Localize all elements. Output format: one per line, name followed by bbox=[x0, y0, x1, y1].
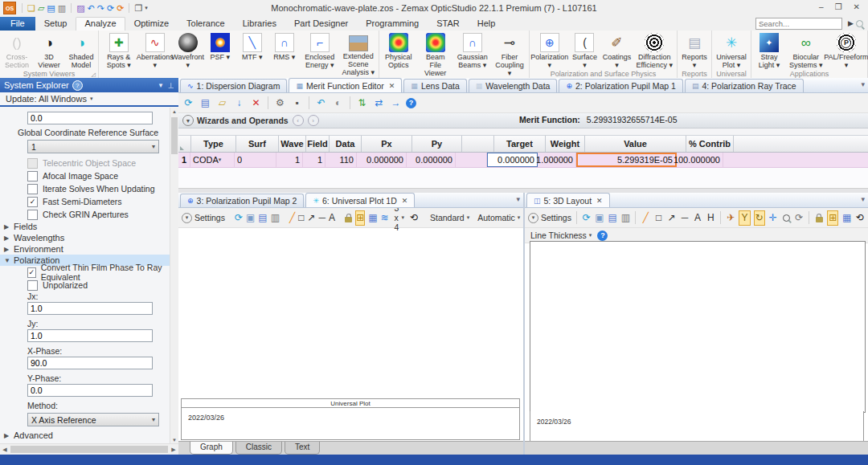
column-header-index[interactable] bbox=[178, 136, 191, 152]
cell-type[interactable]: CODA ▾ bbox=[190, 153, 235, 167]
column-header-contrib[interactable]: % Contrib bbox=[686, 136, 734, 152]
checkbox-convert-thin-film-phase-to-ray-equivalent[interactable]: ✓Convert Thin Film Phase To Ray Equivale… bbox=[27, 266, 170, 279]
menu-tab-part-designer[interactable]: Part Designer bbox=[285, 17, 357, 31]
open-file-icon[interactable]: ▱ bbox=[38, 3, 44, 13]
reset-view-icon[interactable]: ⟲ bbox=[855, 211, 865, 225]
checkbox-check-grin-apertures[interactable]: Check GRIN Apertures bbox=[27, 208, 170, 221]
layers-icon[interactable]: ▦ bbox=[368, 211, 377, 225]
update-icon[interactable]: ⟳ bbox=[182, 96, 195, 110]
tab-wavelength-data[interactable]: ▦Wavelength Data bbox=[469, 79, 558, 92]
standard-mode-button[interactable]: Standard▾ bbox=[428, 212, 472, 223]
tab-2-polarization-pupil-map-1[interactable]: ⊕2: Polarization Pupil Map 1 bbox=[559, 79, 682, 92]
collapse-wizards-icon[interactable]: ▼ bbox=[182, 115, 194, 126]
update-mode-dropdown[interactable]: Update: All Windows ▾ bbox=[0, 92, 178, 107]
pin-icon[interactable]: ⊤ bbox=[168, 81, 174, 89]
ribbon-item-fiber-coupling[interactable]: ⊸Fiber Coupling ▾ bbox=[491, 31, 528, 77]
tab-merit-function-editor[interactable]: ▦Merit Function Editor✕ bbox=[289, 78, 402, 92]
save-graphic-icon[interactable]: ▨ bbox=[76, 3, 84, 13]
column-header-value[interactable]: Value bbox=[585, 136, 686, 152]
tree-item-advanced[interactable]: ▶Advanced bbox=[0, 430, 170, 441]
ribbon-item-universal-plot[interactable]: ✳Universal Plot ▾ bbox=[713, 31, 750, 69]
zoom-icon[interactable] bbox=[781, 211, 791, 225]
delete-operand-icon[interactable]: ✕ bbox=[249, 96, 263, 110]
input-y-phase[interactable] bbox=[27, 384, 153, 397]
ribbon-item-wavefront[interactable]: Wavefront ▾ bbox=[172, 31, 204, 69]
menu-tab-analyze[interactable]: Analyze bbox=[76, 17, 125, 31]
menu-tab-optimize[interactable]: Optimize bbox=[125, 17, 178, 31]
prev-icon[interactable]: ‹ bbox=[293, 115, 304, 126]
cell-px[interactable]: 0.000000 bbox=[357, 153, 407, 167]
maximize-button[interactable]: ❐ bbox=[835, 2, 842, 11]
ribbon-item-extended-scene-analysis[interactable]: Extended Scene Analysis ▾ bbox=[339, 31, 378, 76]
close-icon[interactable]: ✕ bbox=[596, 197, 603, 205]
ribbon-item-mtf[interactable]: ╲MTF ▾ bbox=[236, 31, 268, 61]
app-icon[interactable]: OS bbox=[3, 2, 16, 14]
pan-icon[interactable]: ✛ bbox=[768, 211, 778, 225]
menu-tab-file[interactable]: File bbox=[0, 17, 35, 31]
checkbox-iterate-solves-when-updating[interactable]: Iterate Solves When Updating bbox=[27, 182, 170, 195]
ribbon-item-enclosed-energy[interactable]: ⌐Enclosed Energy ▾ bbox=[301, 31, 339, 69]
refresh-icon[interactable]: ⟳ bbox=[107, 3, 114, 13]
undo-icon[interactable]: ↶ bbox=[88, 3, 95, 13]
input-x-phase[interactable] bbox=[27, 357, 153, 369]
ribbon-item-stray-light[interactable]: ✦Stray Light ▾ bbox=[752, 31, 786, 69]
annotate-text-icon[interactable]: A bbox=[329, 211, 335, 225]
cell-field[interactable]: 1 bbox=[303, 153, 326, 167]
view-tab-classic[interactable]: Classic bbox=[235, 442, 282, 455]
tab-3-polarization-pupil-map-2[interactable]: ⊕3: Polarization Pupil Map 2 bbox=[180, 194, 304, 207]
reset-view-icon[interactable]: ⟲ bbox=[410, 211, 418, 225]
next-icon[interactable]: › bbox=[308, 115, 319, 126]
column-header-wave[interactable]: Wave bbox=[279, 136, 306, 152]
annotate-hline-icon[interactable]: ─ bbox=[319, 211, 326, 225]
global-coordinate-reference-surface-select[interactable]: 1▾ bbox=[27, 140, 159, 153]
tree-item-environment[interactable]: ▶Environment bbox=[0, 243, 170, 255]
view-tab-text[interactable]: Text bbox=[285, 442, 320, 455]
annotate-line-icon[interactable]: ╱ bbox=[641, 211, 650, 225]
new-file-icon[interactable]: ❏ bbox=[27, 3, 35, 13]
ribbon-item-rms[interactable]: ∩RMS ▾ bbox=[268, 31, 301, 61]
settings-dropdown[interactable]: ▾Settings bbox=[182, 213, 225, 223]
fit-window-icon[interactable]: ⊞ bbox=[355, 210, 365, 226]
column-header-type[interactable]: Type bbox=[191, 136, 236, 152]
column-header-weight[interactable]: Weight bbox=[546, 136, 585, 152]
cell-contrib[interactable]: 100.000000 bbox=[677, 153, 723, 167]
settings-dropdown[interactable]: ▾Settings bbox=[528, 213, 571, 223]
column-header-px[interactable]: Px bbox=[362, 136, 412, 152]
refresh-icon[interactable]: ⟳ bbox=[582, 211, 592, 225]
cell-value[interactable]: 5.299319E-05 bbox=[576, 153, 677, 167]
menu-tab-programming[interactable]: Programming bbox=[357, 17, 428, 31]
tab-bar-menu-icon[interactable]: ▾ bbox=[516, 195, 520, 203]
tab-4-polarization-ray-trace[interactable]: ▤4: Polarization Ray Trace bbox=[685, 79, 804, 92]
vertex-select-icon[interactable]: Y bbox=[739, 210, 750, 226]
column-header-surf[interactable]: Surf bbox=[236, 136, 279, 152]
tab-bar-menu-icon[interactable]: ▾ bbox=[861, 195, 865, 203]
stack-plots-icon[interactable]: ≋ bbox=[381, 211, 389, 225]
copy-icon[interactable]: ▣ bbox=[246, 211, 255, 225]
cell-surf[interactable]: 0 bbox=[235, 153, 276, 167]
close-icon[interactable]: ✕ bbox=[389, 82, 395, 90]
tab-1-dispersion-diagram[interactable]: ∿1: Dispersion Diagram bbox=[180, 79, 287, 92]
checkbox-afocal-image-space[interactable]: Afocal Image Space bbox=[27, 169, 170, 182]
annotate-hline-icon[interactable]: ─ bbox=[680, 211, 690, 225]
annotate-arrow-icon[interactable]: ↗ bbox=[308, 211, 316, 225]
print-icon[interactable]: ▥ bbox=[271, 211, 280, 225]
ribbon-item-beam-file-viewer[interactable]: Beam File Viewer bbox=[417, 31, 454, 77]
open-icon[interactable]: ▱ bbox=[215, 96, 229, 110]
cell-target[interactable]: 0.000000 bbox=[487, 153, 538, 167]
annotate-rect-icon[interactable]: □ bbox=[653, 211, 663, 225]
ribbon-item-gaussian-beams[interactable]: ∩Gaussian Beams ▾ bbox=[454, 31, 491, 69]
help-icon[interactable]: ? bbox=[406, 98, 416, 108]
tab-lens-data[interactable]: ▦Lens Data bbox=[403, 79, 466, 92]
minimize-button[interactable]: – bbox=[819, 2, 824, 11]
ribbon-item-reports[interactable]: ▤Reports ▾ bbox=[678, 31, 710, 69]
refresh-icon[interactable]: ⟳ bbox=[235, 211, 243, 225]
close-icon[interactable]: ✕ bbox=[402, 197, 408, 205]
save-icon[interactable]: ▤ bbox=[47, 3, 55, 13]
ribbon-item-psf[interactable]: PSF ▾ bbox=[204, 31, 236, 61]
go-icon[interactable]: → bbox=[389, 96, 403, 110]
menu-tab-star[interactable]: STAR bbox=[428, 17, 469, 31]
ribbon-item-shaded-model[interactable]: ◑Shaded Model bbox=[65, 31, 97, 69]
layers-icon[interactable]: ▦ bbox=[841, 211, 851, 225]
ribbon-item-rays-spots[interactable]: ✚Rays & Spots ▾ bbox=[100, 31, 138, 69]
tree-item-fields[interactable]: ▶Fields bbox=[0, 221, 170, 232]
